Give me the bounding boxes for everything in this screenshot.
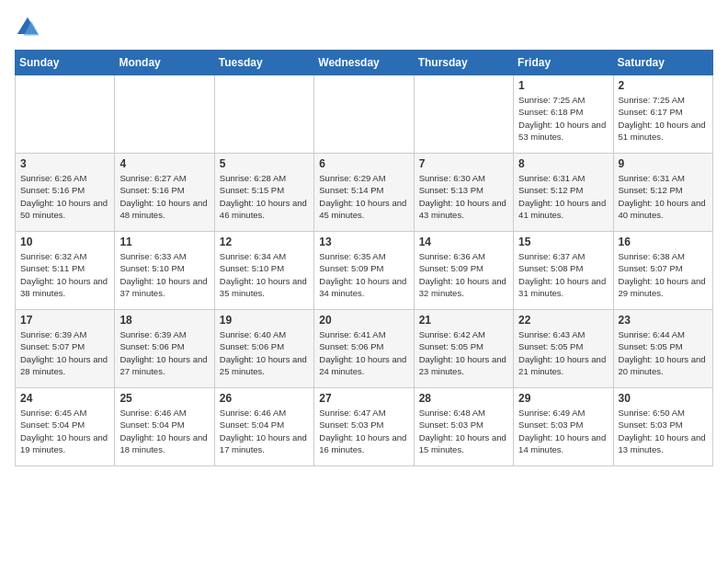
day-info: Sunrise: 6:39 AMSunset: 5:06 PMDaylight:…	[119, 328, 209, 377]
calendar-cell: 26Sunrise: 6:46 AMSunset: 5:04 PMDayligh…	[214, 388, 313, 466]
calendar-cell: 19Sunrise: 6:40 AMSunset: 5:06 PMDayligh…	[214, 310, 313, 388]
day-number: 5	[220, 157, 309, 170]
calendar-cell: 3Sunrise: 6:26 AMSunset: 5:16 PMDaylight…	[16, 154, 115, 232]
day-number: 7	[419, 157, 508, 170]
day-info: Sunrise: 6:36 AMSunset: 5:09 PMDaylight:…	[419, 250, 508, 299]
day-info: Sunrise: 6:41 AMSunset: 5:06 PMDaylight:…	[319, 328, 408, 377]
day-info: Sunrise: 6:50 AMSunset: 5:03 PMDaylight:…	[619, 407, 708, 455]
week-row-3: 10Sunrise: 6:32 AMSunset: 5:11 PMDayligh…	[16, 232, 713, 310]
weekday-header-tuesday: Tuesday	[214, 51, 313, 75]
day-info: Sunrise: 6:32 AMSunset: 5:11 PMDaylight:…	[20, 250, 109, 299]
day-number: 16	[619, 236, 708, 248]
logo-icon	[15, 15, 40, 40]
day-number: 29	[518, 392, 608, 405]
day-number: 28	[419, 392, 508, 405]
day-number: 22	[518, 314, 608, 327]
day-number: 17	[20, 314, 109, 327]
day-info: Sunrise: 6:29 AMSunset: 5:14 PMDaylight:…	[319, 172, 408, 221]
day-number: 6	[319, 157, 408, 170]
day-info: Sunrise: 6:46 AMSunset: 5:04 PMDaylight:…	[220, 407, 309, 455]
day-info: Sunrise: 6:43 AMSunset: 5:05 PMDaylight:…	[518, 328, 608, 377]
calendar-cell: 27Sunrise: 6:47 AMSunset: 5:03 PMDayligh…	[314, 388, 414, 466]
calendar-cell	[414, 75, 513, 154]
day-info: Sunrise: 6:33 AMSunset: 5:10 PMDaylight:…	[119, 250, 209, 299]
calendar-cell: 10Sunrise: 6:32 AMSunset: 5:11 PMDayligh…	[16, 232, 115, 310]
day-number: 8	[518, 157, 608, 170]
calendar-cell: 15Sunrise: 6:37 AMSunset: 5:08 PMDayligh…	[514, 232, 613, 310]
calendar-cell: 21Sunrise: 6:42 AMSunset: 5:05 PMDayligh…	[414, 310, 513, 388]
day-info: Sunrise: 6:38 AMSunset: 5:07 PMDaylight:…	[619, 250, 708, 299]
day-number: 3	[20, 157, 109, 170]
day-number: 14	[419, 236, 508, 248]
day-info: Sunrise: 6:35 AMSunset: 5:09 PMDaylight:…	[319, 250, 408, 299]
calendar-cell: 20Sunrise: 6:41 AMSunset: 5:06 PMDayligh…	[314, 310, 414, 388]
day-number: 27	[319, 392, 408, 405]
week-row-2: 3Sunrise: 6:26 AMSunset: 5:16 PMDaylight…	[16, 154, 713, 232]
day-info: Sunrise: 6:30 AMSunset: 5:13 PMDaylight:…	[419, 172, 508, 221]
week-row-1: 1Sunrise: 7:25 AMSunset: 6:18 PMDaylight…	[16, 75, 713, 154]
day-number: 11	[119, 236, 209, 248]
day-info: Sunrise: 6:31 AMSunset: 5:12 PMDaylight:…	[619, 172, 708, 221]
calendar-cell: 5Sunrise: 6:28 AMSunset: 5:15 PMDaylight…	[214, 154, 313, 232]
calendar-cell: 25Sunrise: 6:46 AMSunset: 5:04 PMDayligh…	[115, 388, 214, 466]
calendar-cell: 16Sunrise: 6:38 AMSunset: 5:07 PMDayligh…	[613, 232, 712, 310]
day-info: Sunrise: 6:34 AMSunset: 5:10 PMDaylight:…	[220, 250, 309, 299]
day-info: Sunrise: 6:37 AMSunset: 5:08 PMDaylight:…	[518, 250, 608, 299]
weekday-header-wednesday: Wednesday	[314, 51, 414, 75]
logo	[15, 15, 44, 40]
calendar-cell	[16, 75, 115, 154]
day-number: 20	[319, 314, 408, 327]
calendar-cell: 7Sunrise: 6:30 AMSunset: 5:13 PMDaylight…	[414, 154, 513, 232]
day-number: 25	[119, 392, 209, 405]
day-info: Sunrise: 6:39 AMSunset: 5:07 PMDaylight:…	[20, 328, 109, 377]
day-number: 30	[619, 392, 708, 405]
day-number: 24	[20, 392, 109, 405]
calendar-cell: 11Sunrise: 6:33 AMSunset: 5:10 PMDayligh…	[115, 232, 214, 310]
calendar-cell: 12Sunrise: 6:34 AMSunset: 5:10 PMDayligh…	[214, 232, 313, 310]
calendar-cell: 30Sunrise: 6:50 AMSunset: 5:03 PMDayligh…	[613, 388, 712, 466]
day-number: 4	[119, 157, 209, 170]
day-info: Sunrise: 6:26 AMSunset: 5:16 PMDaylight:…	[20, 172, 109, 221]
calendar-cell: 18Sunrise: 6:39 AMSunset: 5:06 PMDayligh…	[115, 310, 214, 388]
day-number: 15	[518, 236, 608, 248]
calendar-cell: 29Sunrise: 6:49 AMSunset: 5:03 PMDayligh…	[514, 388, 613, 466]
day-info: Sunrise: 7:25 AMSunset: 6:18 PMDaylight:…	[518, 94, 608, 143]
calendar-cell: 2Sunrise: 7:25 AMSunset: 6:17 PMDaylight…	[613, 75, 712, 154]
calendar-cell: 28Sunrise: 6:48 AMSunset: 5:03 PMDayligh…	[414, 388, 513, 466]
calendar-cell: 9Sunrise: 6:31 AMSunset: 5:12 PMDaylight…	[613, 154, 712, 232]
calendar-cell: 4Sunrise: 6:27 AMSunset: 5:16 PMDaylight…	[115, 154, 214, 232]
day-info: Sunrise: 6:27 AMSunset: 5:16 PMDaylight:…	[119, 172, 209, 221]
calendar-cell: 13Sunrise: 6:35 AMSunset: 5:09 PMDayligh…	[314, 232, 414, 310]
weekday-header-sunday: Sunday	[16, 51, 115, 75]
calendar-cell: 6Sunrise: 6:29 AMSunset: 5:14 PMDaylight…	[314, 154, 414, 232]
calendar-cell: 8Sunrise: 6:31 AMSunset: 5:12 PMDaylight…	[514, 154, 613, 232]
calendar-cell	[314, 75, 414, 154]
day-number: 2	[619, 79, 708, 92]
calendar-cell: 24Sunrise: 6:45 AMSunset: 5:04 PMDayligh…	[16, 388, 115, 466]
day-info: Sunrise: 6:47 AMSunset: 5:03 PMDaylight:…	[319, 407, 408, 455]
page-header	[15, 15, 713, 40]
day-info: Sunrise: 7:25 AMSunset: 6:17 PMDaylight:…	[619, 94, 708, 143]
weekday-header-row: SundayMondayTuesdayWednesdayThursdayFrid…	[16, 51, 713, 75]
day-number: 1	[518, 79, 608, 92]
day-info: Sunrise: 6:44 AMSunset: 5:05 PMDaylight:…	[619, 328, 708, 377]
day-number: 23	[619, 314, 708, 327]
calendar-cell: 23Sunrise: 6:44 AMSunset: 5:05 PMDayligh…	[613, 310, 712, 388]
day-number: 26	[220, 392, 309, 405]
day-number: 21	[419, 314, 508, 327]
day-info: Sunrise: 6:28 AMSunset: 5:15 PMDaylight:…	[220, 172, 309, 221]
day-info: Sunrise: 6:40 AMSunset: 5:06 PMDaylight:…	[220, 328, 309, 377]
day-number: 13	[319, 236, 408, 248]
week-row-4: 17Sunrise: 6:39 AMSunset: 5:07 PMDayligh…	[16, 310, 713, 388]
calendar-table: SundayMondayTuesdayWednesdayThursdayFrid…	[15, 50, 713, 466]
calendar-cell	[214, 75, 313, 154]
day-number: 19	[220, 314, 309, 327]
day-info: Sunrise: 6:42 AMSunset: 5:05 PMDaylight:…	[419, 328, 508, 377]
calendar-cell: 17Sunrise: 6:39 AMSunset: 5:07 PMDayligh…	[16, 310, 115, 388]
calendar-cell	[115, 75, 214, 154]
weekday-header-friday: Friday	[514, 51, 613, 75]
calendar-cell: 22Sunrise: 6:43 AMSunset: 5:05 PMDayligh…	[514, 310, 613, 388]
day-number: 10	[20, 236, 109, 248]
weekday-header-saturday: Saturday	[613, 51, 712, 75]
day-number: 18	[119, 314, 209, 327]
